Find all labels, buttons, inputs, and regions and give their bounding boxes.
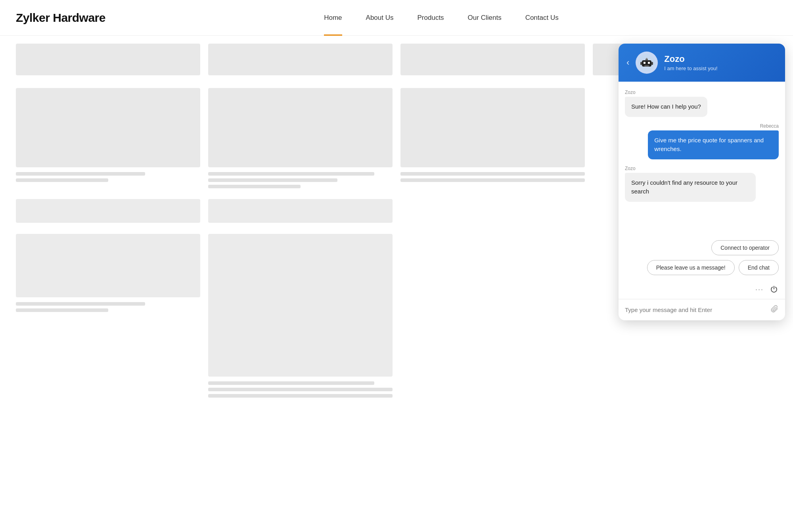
end-chat-button[interactable]: End chat — [739, 260, 779, 275]
skeleton-line — [400, 178, 585, 182]
chat-input-area[interactable] — [619, 299, 785, 320]
skeleton-line — [16, 172, 145, 176]
skeleton-line — [16, 302, 145, 306]
connect-operator-button[interactable]: Connect to operator — [711, 240, 779, 255]
skeleton-col — [208, 88, 393, 191]
message-sender-2: Rebecca — [760, 123, 779, 129]
skeleton-image — [208, 234, 393, 377]
chat-toolbar: ··· — [619, 281, 785, 299]
skeleton-line — [208, 394, 393, 398]
chat-avatar — [636, 52, 658, 74]
brand-logo: Zylker Hardware — [16, 11, 105, 25]
chat-back-button[interactable]: ‹ — [626, 57, 629, 68]
chat-messages: Zozo Sure! How can I help you? Rebecca G… — [619, 82, 785, 240]
skeleton-line — [16, 308, 108, 312]
nav-item-about[interactable]: About Us — [366, 14, 394, 22]
message-sender-1: Zozo — [625, 90, 636, 95]
message-group-1: Zozo Sure! How can I help you? — [625, 90, 779, 117]
nav-item-contact[interactable]: Contact Us — [525, 14, 559, 22]
leave-message-button[interactable]: Please leave us a message! — [647, 260, 735, 275]
svg-rect-3 — [648, 62, 650, 64]
svg-point-5 — [646, 58, 647, 59]
svg-rect-8 — [644, 65, 649, 67]
skeleton-line — [16, 178, 108, 182]
skeleton-image — [16, 234, 200, 297]
chat-widget: ‹ Zozo I am here to assist you! — [619, 44, 785, 320]
skeleton-line — [208, 388, 393, 391]
chat-action-row: Please leave us a message! End chat — [647, 260, 779, 275]
nav-item-home[interactable]: Home — [324, 14, 342, 22]
svg-rect-7 — [651, 62, 653, 65]
message-sender-3: Zozo — [625, 166, 636, 171]
chat-bot-name: Zozo — [664, 54, 777, 64]
message-group-2: Rebecca Give me the price quote for span… — [625, 123, 779, 159]
skeleton-image — [208, 44, 393, 75]
skeleton-line — [400, 172, 585, 176]
power-icon[interactable] — [769, 285, 779, 294]
nav-item-clients[interactable]: Our Clients — [468, 14, 502, 22]
skeleton-col — [400, 88, 585, 191]
skeleton-col — [208, 44, 393, 80]
message-group-3: Zozo Sorry i couldn't find any resource … — [625, 166, 779, 202]
skeleton-col — [400, 44, 585, 80]
skeleton-image — [400, 44, 585, 75]
skeleton-image — [16, 199, 200, 223]
skeleton-col — [16, 88, 200, 191]
skeleton-line — [208, 172, 374, 176]
chat-menu-dots[interactable]: ··· — [755, 285, 764, 294]
chat-actions: Connect to operator Please leave us a me… — [619, 240, 785, 281]
skeleton-line — [208, 178, 337, 182]
nav-links: Home About Us Products Our Clients Conta… — [324, 14, 559, 22]
page-body: ‹ Zozo I am here to assist you! — [0, 36, 793, 416]
navbar: Zylker Hardware Home About Us Products O… — [0, 0, 793, 36]
skeleton-col — [16, 44, 200, 80]
nav-item-products[interactable]: Products — [418, 14, 444, 22]
skeleton-image — [208, 199, 393, 223]
skeleton-image — [16, 44, 200, 75]
message-bubble-1: Sure! How can I help you? — [625, 97, 707, 117]
skeleton-line — [208, 185, 301, 188]
message-bubble-2: Give me the price quote for spanners and… — [648, 130, 779, 159]
robot-avatar-icon — [638, 54, 655, 71]
skeleton-image — [400, 88, 585, 167]
chat-header-info: Zozo I am here to assist you! — [664, 54, 777, 71]
svg-rect-2 — [644, 62, 646, 64]
skeleton-image — [208, 88, 393, 167]
skeleton-line — [208, 381, 374, 385]
attach-icon[interactable] — [771, 305, 779, 315]
chat-bot-subtitle: I am here to assist you! — [664, 65, 777, 71]
message-bubble-3: Sorry i couldn't find any resource to yo… — [625, 173, 756, 202]
skeleton-image — [16, 88, 200, 167]
chat-input-field[interactable] — [625, 306, 767, 313]
chat-header: ‹ Zozo I am here to assist you! — [619, 44, 785, 82]
svg-rect-6 — [640, 62, 642, 65]
